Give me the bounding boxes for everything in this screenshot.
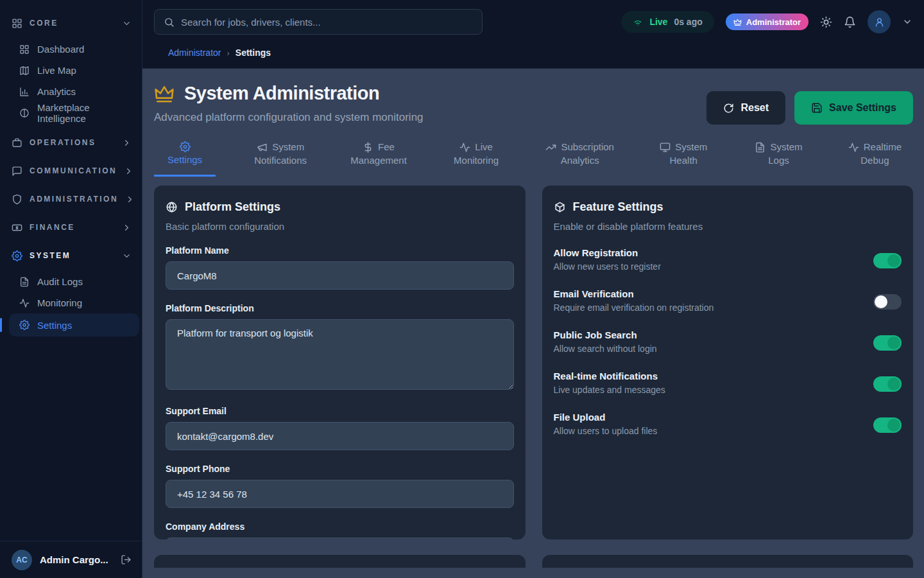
tab-system-notifications[interactable]: SystemNotifications (249, 141, 312, 177)
sidebar-item-audit-logs[interactable]: Audit Logs (0, 271, 139, 292)
search-box[interactable] (154, 9, 483, 35)
package-icon (554, 201, 566, 213)
sidebar-item-dashboard[interactable]: Dashboard (0, 39, 139, 60)
sidebar-section-header-operations[interactable]: OPERATIONS (0, 128, 142, 157)
platform-name-input[interactable] (166, 261, 514, 290)
tab-system-logs[interactable]: SystemLogs (748, 141, 810, 177)
support-email-input[interactable] (166, 422, 514, 450)
chevron-down-icon (122, 19, 132, 28)
feature-name: Allow Registration (554, 247, 661, 258)
reset-button[interactable]: Reset (706, 91, 785, 125)
sidebar-section-header-administration[interactable]: ADMINISTRATION (0, 185, 142, 213)
monitor-icon (660, 142, 671, 153)
email-verification-toggle[interactable] (873, 294, 902, 310)
logout-icon[interactable] (121, 554, 132, 565)
next-cards-row (154, 555, 913, 568)
file-upload-toggle[interactable] (873, 417, 902, 433)
file-text-icon (19, 277, 30, 287)
tab-live-monitoring[interactable]: LiveMonitoring (445, 141, 507, 177)
sidebar-item-analytics[interactable]: Analytics (0, 81, 139, 102)
sidebar-section-administration: ADMINISTRATION (0, 185, 142, 213)
toggle-knob (887, 254, 900, 267)
sidebar-item-settings[interactable]: Settings (9, 313, 139, 337)
tab-fee-management[interactable]: FeeManagement (345, 141, 412, 177)
tab-subscription-analytics[interactable]: SubscriptionAnalytics (540, 141, 619, 177)
live-label: Live (649, 17, 667, 27)
breadcrumb-current: Settings (235, 48, 271, 58)
user-menu-avatar[interactable] (868, 10, 891, 33)
chevron-down-icon[interactable] (902, 17, 912, 27)
feature-description: Allow new users to register (554, 261, 661, 272)
message-square-icon (12, 166, 22, 177)
toggle-knob (887, 337, 900, 349)
field-label: Platform Name (166, 245, 514, 256)
save-button-label: Save Settings (829, 102, 896, 114)
briefcase-icon (12, 137, 22, 148)
field-company-address: Company Address (166, 521, 514, 539)
card-subtitle: Basic platform configuration (166, 221, 514, 232)
feature-description: Allow users to upload files (554, 426, 658, 436)
sidebar-section-header-finance[interactable]: FINANCE (0, 213, 142, 241)
breadcrumb-parent[interactable]: Administrator (168, 48, 221, 58)
shield-icon (12, 194, 22, 205)
feature-description: Allow search without login (554, 344, 657, 354)
section-label: COMMUNICATION (30, 166, 117, 175)
role-badge-label: Administrator (746, 17, 801, 27)
gear-icon (12, 250, 22, 261)
page-header: System Administration Advanced platform … (154, 83, 913, 125)
tab-realtime-debug[interactable]: RealtimeDebug (843, 141, 907, 177)
sidebar-item-marketplace-intelligence[interactable]: Marketplace Intelligence (0, 102, 139, 123)
tab-label: System (272, 141, 304, 153)
sidebar-item-label: Audit Logs (37, 276, 83, 287)
breadcrumb: Administrator › Settings (154, 35, 912, 68)
notifications-bell-icon[interactable] (844, 16, 856, 28)
feature-name: Email Verification (554, 288, 714, 299)
tab-system-health[interactable]: SystemHealth (653, 141, 714, 177)
chevron-down-icon (122, 251, 132, 261)
save-settings-button[interactable]: Save Settings (794, 91, 913, 125)
sidebar-item-live-map[interactable]: Live Map (0, 60, 139, 81)
administrator-badge: Administrator (726, 13, 809, 30)
sidebar: COREDashboardLive MapAnalyticsMarketplac… (0, 0, 142, 578)
field-label: Support Phone (166, 464, 514, 474)
sidebar-item-label: Analytics (37, 86, 76, 97)
sidebar-section-header-system[interactable]: SYSTEM (0, 241, 142, 270)
search-icon (164, 17, 175, 28)
sidebar-section-header-core[interactable]: CORE (0, 9, 142, 37)
sidebar-section-communication: COMMUNICATION (0, 157, 142, 185)
theme-toggle-icon[interactable] (820, 16, 832, 28)
chevron-right-icon (125, 195, 135, 204)
tab-settings[interactable]: Settings (154, 141, 216, 177)
feature-row-email-verification: Email VerificationRequire email verifica… (554, 288, 902, 313)
support-phone-input[interactable] (166, 480, 514, 508)
feature-name: Public Job Search (554, 329, 657, 340)
sidebar-section-finance: FINANCE (0, 213, 142, 241)
save-icon (811, 102, 823, 114)
toggle-knob (887, 419, 900, 432)
company-address-input[interactable] (166, 538, 514, 539)
tab-label: System (675, 141, 707, 153)
tab-label: Fee (378, 141, 395, 153)
banknote-icon (12, 222, 22, 233)
feature-name: File Upload (554, 412, 658, 423)
field-support-email: Support Email (166, 406, 514, 450)
page-title: System Administration (184, 83, 379, 104)
platform-description-textarea[interactable] (166, 319, 514, 390)
search-input[interactable] (181, 17, 473, 28)
activity-icon (459, 142, 470, 153)
sidebar-user-row[interactable]: AC Admin Cargo... (0, 541, 142, 578)
app-window: COREDashboardLive MapAnalyticsMarketplac… (0, 0, 924, 578)
public-job-search-toggle[interactable] (873, 335, 902, 351)
sidebar-section-header-communication[interactable]: COMMUNICATION (0, 157, 142, 185)
sidebar-item-monitoring[interactable]: Monitoring (0, 292, 139, 313)
real-time-notifications-toggle[interactable] (873, 376, 902, 392)
grid-icon (19, 44, 30, 55)
platform-fields: Platform NamePlatform DescriptionSupport… (166, 245, 514, 539)
main-column: Live 0s ago Administrator Admin (142, 0, 924, 578)
toggle-knob (887, 378, 900, 390)
feature-description: Require email verification on registrati… (554, 302, 714, 313)
page-subtitle: Advanced platform configuration and syst… (154, 111, 424, 124)
trending-up-icon (545, 142, 556, 153)
allow-registration-toggle[interactable] (873, 253, 902, 268)
card-stub (542, 555, 914, 568)
